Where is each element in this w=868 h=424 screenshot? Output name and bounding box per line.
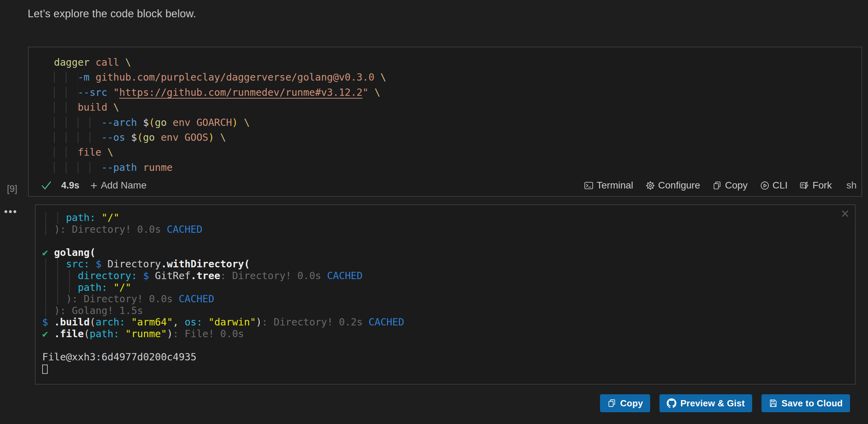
copy-button[interactable]: Copy xyxy=(712,180,747,191)
token: --arch xyxy=(101,117,137,128)
token: File@xxh3:6d4977d0200c4935 xyxy=(42,351,196,363)
token: $ xyxy=(143,117,149,128)
token: runme xyxy=(143,162,173,173)
token: go xyxy=(143,132,155,143)
fork-label: Fork xyxy=(812,180,832,191)
line xyxy=(42,235,404,247)
token: "arm64" xyxy=(131,316,173,328)
token xyxy=(42,212,66,223)
token: ): Directory! 0.0s xyxy=(54,224,167,235)
token: : Directory! 0.0s xyxy=(220,270,327,282)
line: --arch $(go env GOARCH) \ xyxy=(54,115,861,130)
token: \ xyxy=(375,87,380,98)
token: ( xyxy=(137,132,143,143)
markdown-text: Let’s explore the code block below. xyxy=(28,8,196,20)
line: path: "/" xyxy=(42,212,404,224)
configure-button[interactable]: Configure xyxy=(646,180,700,191)
cli-button[interactable]: CLI xyxy=(760,180,788,191)
save-cloud-button[interactable]: Save to Cloud xyxy=(761,394,850,412)
token: ) xyxy=(208,132,214,143)
cell-toolbar: Terminal Configure C xyxy=(584,180,857,191)
token: ( xyxy=(149,117,155,128)
token: go xyxy=(155,117,167,128)
line: --path runme xyxy=(54,160,861,175)
token xyxy=(42,270,78,282)
language-indicator[interactable]: sh xyxy=(846,180,857,191)
terminal-button[interactable]: Terminal xyxy=(584,180,633,191)
token: ) xyxy=(167,328,173,340)
more-actions-icon[interactable] xyxy=(4,210,16,213)
line: ✔ .file(path: "runme"): File! 0.0s xyxy=(42,328,404,340)
token: GitRef xyxy=(155,270,191,282)
line: ): Directory! 0.0s CACHED xyxy=(42,293,404,305)
copy-output-button[interactable]: Copy xyxy=(600,394,650,412)
token: -m xyxy=(78,72,90,83)
token xyxy=(137,162,143,173)
token: directory: xyxy=(78,270,137,282)
line: directory: $ GitRef.tree: Directory! 0.0… xyxy=(42,270,404,282)
token: ( xyxy=(90,316,95,328)
cli-label: CLI xyxy=(773,180,788,191)
token xyxy=(214,132,220,143)
token xyxy=(90,72,95,83)
github-icon xyxy=(667,398,676,408)
token xyxy=(42,224,54,235)
token: \ xyxy=(380,72,386,83)
line: ✔ golang( xyxy=(42,247,404,259)
play-circle-icon xyxy=(760,181,769,190)
code-editor[interactable]: dagger call \ -m github.com/purpleclay/d… xyxy=(29,47,861,175)
token: "darwin" xyxy=(209,316,256,328)
configure-label: Configure xyxy=(658,180,700,191)
terminal-output[interactable]: path: "/" ): Directory! 0.0s CACHED ✔ go… xyxy=(36,205,404,375)
token: path: xyxy=(66,212,96,223)
token xyxy=(149,270,155,282)
token xyxy=(54,117,101,128)
copy-output-label: Copy xyxy=(620,398,643,409)
token: ) xyxy=(232,117,238,128)
token: --path xyxy=(101,162,137,173)
token: CACHED xyxy=(369,316,404,328)
copy-label: Copy xyxy=(725,180,747,191)
token: github.com/purpleclay/daggerverse/golang… xyxy=(95,72,374,83)
token xyxy=(42,305,54,316)
execution-count: [9] xyxy=(7,184,17,194)
cell-status-bar: 4.9s + Add Name Terminal xyxy=(41,177,857,193)
token: "runme" xyxy=(125,328,167,340)
token xyxy=(108,282,113,293)
token: , xyxy=(173,316,185,328)
add-name-button[interactable]: + Add Name xyxy=(91,180,147,191)
token xyxy=(42,293,66,305)
token: golang( xyxy=(54,247,95,258)
token: ): Directory! 0.0s xyxy=(66,293,179,305)
line xyxy=(42,363,404,375)
token xyxy=(90,57,95,68)
token: .tree xyxy=(191,270,220,282)
token xyxy=(137,117,143,128)
token: $ xyxy=(143,270,149,282)
token xyxy=(42,258,66,270)
token: .file xyxy=(54,328,84,340)
token: call xyxy=(95,57,119,68)
token xyxy=(119,328,125,340)
close-icon[interactable]: × xyxy=(841,206,849,221)
token: : File! 0.0s xyxy=(173,328,244,340)
token: $ xyxy=(42,316,48,328)
token xyxy=(107,87,113,98)
preview-gist-button[interactable]: Preview & Gist xyxy=(659,394,752,412)
copy-icon xyxy=(712,181,722,190)
token xyxy=(54,102,78,113)
token: --src xyxy=(78,87,108,98)
token: --os xyxy=(101,132,125,143)
token: CACHED xyxy=(167,224,202,235)
token: ✔ xyxy=(42,247,54,258)
token: CACHED xyxy=(179,293,214,305)
terminal-label: Terminal xyxy=(597,180,633,191)
copy-icon xyxy=(607,399,616,408)
token xyxy=(101,147,107,158)
token xyxy=(155,132,161,143)
fork-button[interactable]: Fork xyxy=(800,180,832,191)
token xyxy=(95,212,101,223)
token: \ xyxy=(220,132,226,143)
plus-icon: + xyxy=(91,180,98,191)
token: \ xyxy=(244,117,250,128)
